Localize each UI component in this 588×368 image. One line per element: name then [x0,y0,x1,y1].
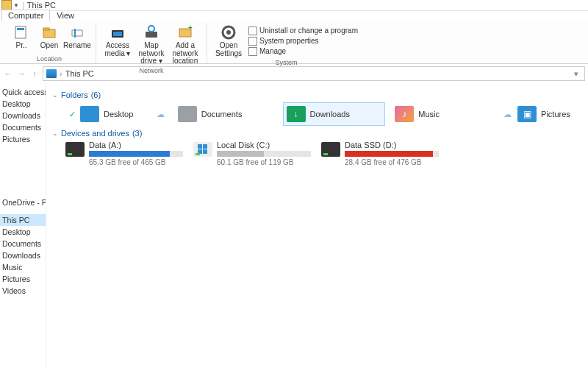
drive-free-text: 65.3 GB free of 465 GB [89,158,183,166]
sidebar-pictures[interactable]: Pictures [0,133,46,145]
body: Quick access Desktop Downloads Documents… [0,83,588,368]
tab-view[interactable]: View [50,10,81,21]
breadcrumb-sep: › [60,69,62,78]
folder-music[interactable]: ♪ Music [391,102,494,126]
chevron-down-icon: ⌄ [52,91,58,99]
tab-computer[interactable]: Computer [1,10,50,21]
map-drive-label: Map network drive ▾ [137,42,165,66]
svg-point-9 [148,26,154,32]
drive-icon [193,142,212,157]
ribbon-tabs: Computer View [0,11,588,21]
sidebar-pc-downloads[interactable]: Downloads [0,250,46,261]
sidebar-pc-documents[interactable]: Documents [0,238,46,250]
folder-pictures[interactable]: ☁ ▣ Pictures [500,102,582,126]
uninstall-link[interactable]: Uninstall or change a program [248,26,358,35]
svg-rect-2 [43,29,55,38]
sidebar-documents[interactable]: Documents [0,121,46,133]
folder-downloads[interactable]: ↓ Downloads [283,102,386,126]
folder-label: Music [418,110,440,118]
folder-label: Pictures [541,110,570,118]
nav-up-button[interactable]: ↑ [29,68,40,79]
sysprops-icon [248,37,257,46]
manage-icon [248,47,257,56]
group-header-drives[interactable]: ⌄ Devices and drives (3) [52,129,582,138]
sidebar-downloads[interactable]: Downloads [0,110,46,121]
access-media-button[interactable]: Access media ▾ [101,23,135,67]
manage-link[interactable]: Manage [248,47,358,56]
folder-icon [1,0,12,10]
map-drive-button[interactable]: Map network drive ▾ [135,23,168,67]
svg-rect-8 [146,32,157,38]
windows-logo-icon [193,142,212,157]
desktop-folder-icon [80,106,99,122]
folder-documents[interactable]: Documents [174,102,277,126]
group-label-location: Location [37,55,62,63]
folder-label: Downloads [310,110,350,118]
svg-text:+: + [188,24,193,32]
sidebar-pc-pictures[interactable]: Pictures [0,273,46,285]
usage-bar [89,151,183,157]
qat-dropdown-icon[interactable]: ▼ [13,2,19,9]
folder-desktop[interactable]: ✓ Desktop ☁ [65,102,168,126]
svg-rect-15 [203,144,207,149]
drive-a[interactable]: Data (A:) 65.3 GB free of 465 GB [65,141,183,166]
usage-bar [217,151,311,157]
ribbon-group-location: Pr.. Open Rename Location [3,23,96,63]
pictures-folder-icon: ▣ [517,106,537,122]
drive-d[interactable]: Data SSD (D:) 28.4 GB free of 476 GB [321,141,439,166]
uninstall-icon [248,26,257,35]
rename-label: Rename [63,42,91,50]
address-bar[interactable]: › This PC ▾ [43,66,585,81]
breadcrumb-root[interactable]: This PC [65,69,94,78]
system-links: Uninstall or change a program System pro… [245,23,361,59]
drive-name: Data (A:) [89,141,183,149]
add-location-button[interactable]: + Add a network location [168,23,202,67]
thispc-icon [46,69,57,78]
usage-bar [345,151,439,157]
usage-fill [345,151,433,157]
folder-label: Desktop [104,110,133,118]
svg-rect-7 [113,32,122,36]
nav-back-button[interactable]: ← [3,68,13,79]
ribbon-group-system: Open Settings Uninstall or change a prog… [207,23,365,63]
svg-point-13 [226,30,231,35]
sidebar-pc-videos[interactable]: Videos [0,285,46,297]
open-button[interactable]: Open [35,23,63,55]
svg-rect-14 [198,144,202,149]
properties-button[interactable]: Pr.. [7,23,35,55]
sidebar-pc-desktop[interactable]: Desktop [0,226,46,238]
group-label-folders: Folders [61,91,88,99]
open-settings-button[interactable]: Open Settings [212,23,245,59]
folders-row: ✓ Desktop ☁ Documents ↓ Downloads ♪ Musi… [52,102,582,126]
address-row: ← → ↑ › This PC ▾ [0,64,588,83]
open-settings-label: Open Settings [215,42,243,57]
title-separator: | [22,1,24,10]
nav-forward-button[interactable]: → [16,68,26,79]
downloads-folder-icon: ↓ [287,106,306,122]
group-label-drives: Devices and drives [61,129,129,138]
svg-rect-1 [17,28,24,30]
svg-rect-4 [72,30,82,36]
usage-fill [89,151,170,157]
sidebar-quick-access[interactable]: Quick access [0,86,46,98]
sidebar: Quick access Desktop Downloads Documents… [0,83,46,368]
sidebar-onedrive[interactable]: OneDrive - Personal [0,197,46,208]
group-count-folders: (6) [91,91,101,99]
drive-icon [65,142,85,157]
add-location-label: Add a network location [171,42,199,66]
svg-rect-3 [43,28,49,30]
properties-label: Pr.. [15,42,26,50]
sidebar-this-pc[interactable]: This PC [0,214,46,226]
sysprops-label: System properties [259,37,319,45]
sidebar-pc-music[interactable]: Music [0,261,46,273]
drive-c[interactable]: Local Disk (C:) 60.1 GB free of 119 GB [193,141,311,166]
system-properties-link[interactable]: System properties [248,37,358,46]
rename-button[interactable]: Rename [63,23,91,55]
address-dropdown-icon[interactable]: ▾ [571,69,581,79]
sidebar-desktop[interactable]: Desktop [0,98,46,110]
access-media-label: Access media ▾ [104,42,132,57]
content-pane: ⌄ Folders (6) ✓ Desktop ☁ Documents ↓ Do… [46,83,588,368]
music-folder-icon: ♪ [395,106,414,122]
group-header-folders[interactable]: ⌄ Folders (6) [52,91,582,99]
ribbon-group-network: Access media ▾ Map network drive ▾ + Add… [96,23,207,63]
